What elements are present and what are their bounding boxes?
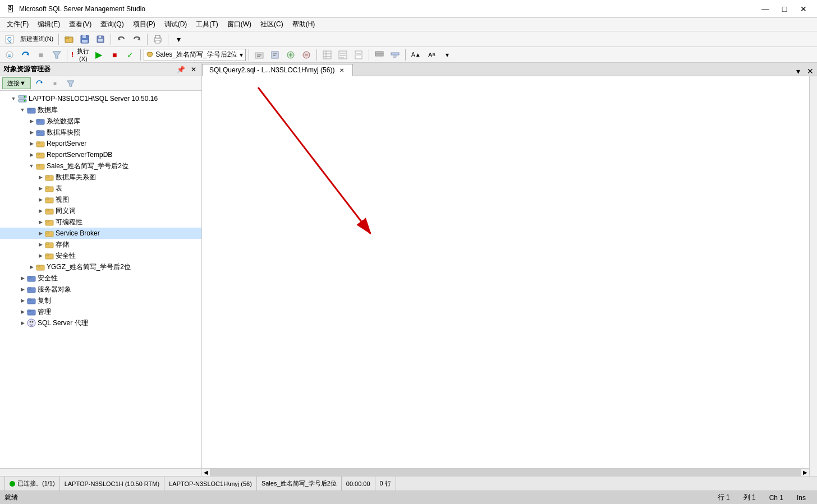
tree-item-server[interactable]: ▼ LAPTOP-N3SLOC1H\SQL Server 10.50.16 (0, 93, 201, 104)
oe-connect-button[interactable]: 连接▼ (2, 77, 31, 89)
menu-tools[interactable]: 工具(T) (191, 19, 222, 31)
tree-item-security[interactable]: ▶ 安全性 (0, 272, 201, 284)
scroll-left-button[interactable]: ◀ (202, 469, 210, 475)
execute-button[interactable]: 执行(X) (76, 48, 90, 62)
expander-service-broker[interactable]: ▶ (36, 229, 45, 238)
redo-button[interactable] (130, 33, 144, 46)
tree-item-salesdb[interactable]: ▼ Sales_姓名简写_学号后2位 (0, 160, 201, 172)
filter-toolbar-btn[interactable] (49, 48, 64, 62)
expander-salesdb[interactable]: ▼ (27, 161, 36, 170)
oe-pin-button[interactable]: 📌 (175, 65, 187, 74)
tree-item-management[interactable]: ▶ 管理 (0, 306, 201, 317)
scroll-right-button[interactable]: ▶ (801, 469, 809, 475)
expander-server[interactable]: ▼ (9, 94, 18, 103)
tree-item-storage[interactable]: ▶ 存储 (0, 239, 201, 250)
expander-snapshots[interactable]: ▶ (27, 128, 36, 137)
saveall-button[interactable] (93, 33, 108, 46)
tb2-extra4[interactable] (299, 48, 314, 62)
tree-item-sql-agent[interactable]: ▶ SQL Server 代理 (0, 317, 201, 329)
menu-project[interactable]: 项目(P) (128, 19, 160, 31)
tb2-arrow-down[interactable]: ▾ (440, 48, 455, 62)
save-button[interactable] (77, 33, 92, 46)
stop-run-button[interactable]: ■ (107, 48, 122, 62)
expander-diagrams[interactable]: ▶ (36, 173, 45, 182)
oe-stop-btn[interactable]: ■ (48, 77, 62, 90)
tree-item-yggz[interactable]: ▶ YGGZ_姓名简写_学号后2位 (0, 261, 201, 272)
oe-close-button[interactable]: ✕ (189, 65, 198, 74)
print-button[interactable] (150, 33, 165, 46)
tb2-extra2[interactable] (268, 48, 282, 62)
editor-content[interactable]: ◀ ▶ (202, 76, 817, 476)
editor-close-button[interactable]: ✕ (804, 67, 817, 76)
expander-replication[interactable]: ▶ (18, 296, 27, 305)
editor-scrollbar-right[interactable] (809, 76, 817, 476)
refresh-toolbar-btn[interactable] (18, 48, 33, 62)
menu-help[interactable]: 帮助(H) (288, 19, 320, 31)
menu-window[interactable]: 窗口(W) (223, 19, 256, 31)
expander-tables[interactable]: ▶ (36, 184, 45, 193)
expander-reportserver[interactable]: ▶ (27, 139, 36, 148)
expander-reportservertempdb[interactable]: ▶ (27, 150, 36, 159)
tree-item-tables[interactable]: ▶ 表 (0, 183, 201, 194)
tb2-fontup[interactable]: A▲ (408, 48, 423, 62)
database-dropdown[interactable]: Sales_姓名简写_学号后2位 ▾ (144, 49, 246, 61)
tree-item-reportserver[interactable]: ▶ ReportServer (0, 138, 201, 149)
expander-views[interactable]: ▶ (36, 195, 45, 204)
run-icon-button[interactable]: ▶ (91, 48, 106, 62)
maximize-button[interactable]: □ (775, 1, 793, 17)
tree-item-views[interactable]: ▶ 视图 (0, 194, 201, 205)
expander-security[interactable]: ▶ (18, 274, 27, 283)
oe-scrollbar[interactable] (0, 468, 201, 476)
expander-yggz[interactable]: ▶ (27, 262, 36, 271)
expander-server-objects[interactable]: ▶ (18, 285, 27, 294)
expander-databases[interactable]: ▼ (18, 105, 27, 114)
oe-filter-btn[interactable] (63, 77, 78, 90)
tree-item-sysdb[interactable]: ▶ 系统数据库 (0, 115, 201, 127)
menu-view[interactable]: 查看(V) (65, 19, 96, 31)
tb2-grid[interactable] (320, 48, 334, 62)
tb2-extra3[interactable] (283, 48, 298, 62)
new-query-button[interactable]: Q (2, 33, 17, 46)
expander-management[interactable]: ▶ (18, 307, 27, 316)
down-arrow-button[interactable]: ▾ (171, 33, 186, 46)
tree-item-programmability[interactable]: ▶ 可编程性 (0, 216, 201, 228)
tb2-extra1[interactable] (252, 48, 267, 62)
expander-security-db[interactable]: ▶ (36, 251, 45, 260)
tree-item-reportservertempdb[interactable]: ▶ ReportServerTempDB (0, 149, 201, 160)
scroll-track-h[interactable] (210, 469, 801, 477)
tab-close-button[interactable]: ✕ (338, 66, 346, 74)
editor-tab[interactable]: SQLQuery2.sql - L...N3SLOC1H\myj (56)) ✕ (202, 64, 353, 76)
new-query-label[interactable]: 新建查询(N) (18, 35, 56, 43)
close-button[interactable]: ✕ (795, 1, 813, 17)
tb2-fontdown[interactable]: A B (424, 48, 439, 62)
expander-programmability[interactable]: ▶ (36, 218, 45, 226)
tb2-file[interactable] (351, 48, 366, 62)
connect-toolbar-btn[interactable]: ≡ (2, 48, 17, 62)
menu-file[interactable]: 文件(F) (2, 19, 33, 31)
menu-debug[interactable]: 调试(D) (160, 19, 192, 31)
expander-storage[interactable]: ▶ (36, 240, 45, 249)
stop-toolbar-btn[interactable]: ■ (34, 48, 48, 62)
expander-sql-agent[interactable]: ▶ (18, 318, 27, 327)
expander-synonyms[interactable]: ▶ (36, 206, 45, 215)
menu-edit[interactable]: 编辑(E) (33, 19, 65, 31)
tree-item-synonyms[interactable]: ▶ 同义词 (0, 205, 201, 216)
editor-scrollbar-bottom[interactable]: ◀ ▶ (202, 468, 809, 476)
tab-dropdown-button[interactable]: ▾ (793, 67, 804, 76)
tree-item-databases[interactable]: ▼ 数据库 (0, 104, 201, 115)
expander-sysdb[interactable]: ▶ (27, 117, 36, 126)
tree-item-diagrams[interactable]: ▶ 数据库关系图 (0, 172, 201, 183)
tree-item-service-broker[interactable]: ▶ Service Broker (0, 228, 201, 239)
tree-item-security-db[interactable]: ▶ 安全性 (0, 250, 201, 261)
undo-button[interactable] (114, 33, 128, 46)
tree-item-snapshots[interactable]: ▶ 数据库快照 (0, 127, 201, 138)
check-button[interactable]: ✓ (123, 48, 137, 62)
tb2-settings1[interactable] (372, 48, 387, 62)
minimize-button[interactable]: — (756, 1, 774, 17)
tree-item-server-objects[interactable]: ▶ 服务器对象 (0, 284, 201, 295)
tb2-text[interactable] (336, 48, 350, 62)
tree-item-replication[interactable]: ▶ 复制 (0, 295, 201, 306)
tb2-settings2[interactable] (388, 48, 402, 62)
menu-query[interactable]: 查询(Q) (96, 19, 128, 31)
open-button[interactable] (62, 33, 76, 46)
